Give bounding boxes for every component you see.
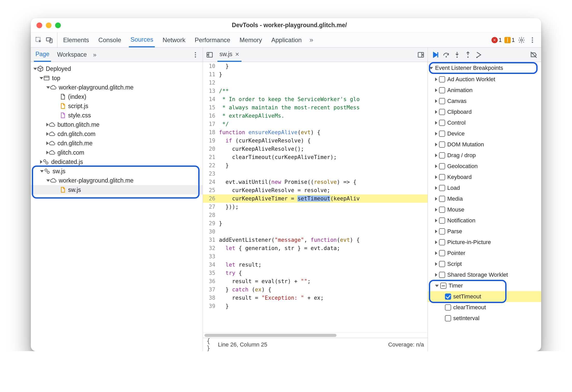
code-line[interactable]: 34 let result; [203, 261, 428, 269]
ev-category[interactable]: Script [428, 259, 541, 269]
step-into-icon[interactable] [453, 50, 461, 59]
code-content[interactable]: if (curKeepAliveResolve) { [219, 137, 428, 145]
kebab-menu-icon[interactable] [528, 36, 537, 44]
device-toolbar-icon[interactable] [45, 36, 54, 44]
ev-category[interactable]: Notification [428, 215, 541, 226]
deactivate-breakpoints-icon[interactable] [529, 50, 538, 59]
line-number[interactable]: 19 [203, 137, 219, 145]
tab-application[interactable]: Application [270, 33, 303, 47]
sidebar-tabs-overflow[interactable]: » [93, 51, 96, 58]
code-content[interactable] [219, 79, 428, 87]
tree-row-host[interactable]: cdn.glitch.com [31, 129, 203, 139]
line-number[interactable]: 26 [203, 194, 219, 203]
checkbox[interactable] [439, 87, 445, 93]
sidebar-tab-page[interactable]: Page [34, 48, 51, 62]
code-line[interactable]: 16 * extraKeepAliveMs. [203, 112, 428, 120]
code-content[interactable]: let { generation, str } = evt.data; [219, 244, 428, 252]
code-content[interactable]: * In order to keep the ServiceWorker's g… [219, 95, 428, 103]
ev-category[interactable]: Pointer [428, 248, 541, 259]
ev-category[interactable]: DOM Mutation [428, 139, 541, 150]
tab-console[interactable]: Console [97, 33, 123, 47]
code-content[interactable]: /** [219, 87, 428, 95]
checkbox[interactable] [439, 163, 445, 169]
code-line[interactable]: 39 } [203, 302, 428, 310]
window-zoom-button[interactable] [55, 22, 61, 28]
code-content[interactable]: } [219, 302, 428, 310]
code-content[interactable]: })); [219, 203, 428, 211]
code-line[interactable]: 30 [203, 228, 428, 236]
code-line[interactable]: 35 try { [203, 269, 428, 277]
code-content[interactable]: } catch (ex) { [219, 285, 428, 294]
code-line[interactable]: 31addEventListener("message", function(e… [203, 236, 428, 244]
line-number[interactable]: 20 [203, 145, 219, 153]
ev-item[interactable]: setInterval [428, 313, 541, 324]
window-minimize-button[interactable] [46, 22, 52, 28]
code-content[interactable]: } [219, 161, 428, 170]
code-content[interactable]: function ensureKeepAlive(evt) { [219, 128, 428, 137]
checkbox[interactable] [439, 217, 445, 224]
code-content[interactable] [219, 170, 428, 178]
settings-icon[interactable] [517, 36, 526, 44]
checkbox[interactable] [439, 261, 445, 267]
checkbox[interactable] [439, 239, 445, 245]
code-line[interactable]: 37 } catch (ex) { [203, 285, 428, 294]
code-content[interactable]: */ [219, 120, 428, 128]
code-line[interactable]: 19 if (curKeepAliveResolve) { [203, 137, 428, 145]
code-content[interactable]: } [219, 219, 428, 228]
ev-category[interactable]: Drag / drop [428, 150, 541, 161]
toggle-debugger-icon[interactable] [417, 51, 425, 59]
resume-script-icon[interactable] [431, 50, 440, 59]
tab-sources[interactable]: Sources [129, 33, 155, 47]
file-tab-swjs[interactable]: sw.js ✕ [217, 48, 241, 62]
code-line[interactable]: 26 curKeepAliveTimer = setTimeout(keepAl… [203, 194, 428, 203]
checkbox[interactable] [439, 131, 445, 137]
code-line[interactable]: 14 * In order to keep the ServiceWorker'… [203, 95, 428, 103]
code-line[interactable]: 12 [203, 79, 428, 87]
checkbox[interactable] [445, 304, 451, 311]
sidebar-more-icon[interactable] [191, 51, 200, 59]
line-number[interactable]: 11 [203, 70, 219, 79]
line-number[interactable]: 13 [203, 87, 219, 95]
line-number[interactable]: 15 [203, 103, 219, 112]
tab-performance[interactable]: Performance [193, 33, 232, 47]
code-line[interactable]: 20 curKeepAliveResolve(); [203, 145, 428, 153]
ev-category[interactable]: Animation [428, 85, 541, 96]
ev-item[interactable]: clearTimeout [428, 302, 541, 313]
window-close-button[interactable] [36, 22, 42, 28]
tree-row-sw-host[interactable]: worker-playground.glitch.me [31, 176, 203, 185]
code-line[interactable]: 11} [203, 70, 428, 79]
code-line[interactable]: 36 result = eval(str) + ""; [203, 277, 428, 285]
step-over-icon[interactable] [442, 50, 451, 59]
line-number[interactable]: 28 [203, 211, 219, 219]
checkbox[interactable] [439, 98, 445, 104]
tab-memory[interactable]: Memory [238, 33, 264, 47]
step-icon[interactable] [474, 50, 483, 59]
ev-category[interactable]: Ad Auction Worklet [428, 74, 541, 85]
ev-category[interactable]: Picture-in-Picture [428, 237, 541, 248]
ev-category[interactable]: Geolocation [428, 161, 541, 172]
line-number[interactable]: 34 [203, 261, 219, 269]
event-breakpoints-header[interactable]: Event Listener Breakpoints [428, 62, 541, 74]
tab-network[interactable]: Network [161, 33, 187, 47]
line-number[interactable]: 37 [203, 285, 219, 294]
line-number[interactable]: 25 [203, 186, 219, 194]
checkbox[interactable] [439, 152, 445, 159]
code-line[interactable]: 38 result = "Exception: " + ex; [203, 294, 428, 302]
editor-hscrollbar[interactable] [203, 333, 428, 338]
line-number[interactable]: 22 [203, 161, 219, 170]
line-number[interactable]: 16 [203, 112, 219, 120]
step-out-icon[interactable] [464, 50, 472, 59]
tree-row-style[interactable]: style.css [31, 111, 203, 120]
ev-category[interactable]: Parse [428, 226, 541, 237]
tree-row-top[interactable]: top [31, 73, 203, 83]
checkbox[interactable] [439, 272, 445, 278]
pretty-print-icon[interactable]: { } [207, 341, 215, 349]
line-number[interactable]: 23 [203, 170, 219, 178]
tree-row-deployed[interactable]: Deployed [31, 64, 203, 73]
checkbox[interactable] [439, 141, 445, 148]
line-number[interactable]: 27 [203, 203, 219, 211]
ev-category[interactable]: Keyboard [428, 172, 541, 183]
code-content[interactable] [219, 252, 428, 261]
code-line[interactable]: 29} [203, 219, 428, 228]
code-line[interactable]: 22 } [203, 161, 428, 170]
